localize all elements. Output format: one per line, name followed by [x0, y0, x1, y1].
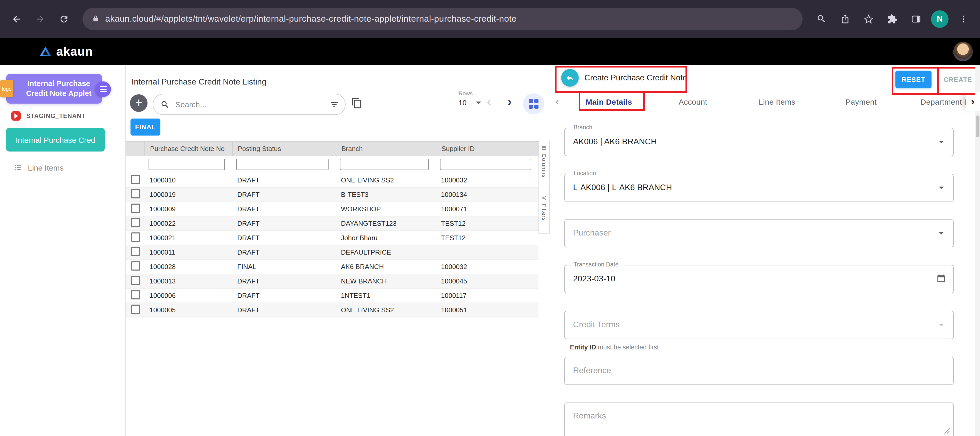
filter-list-icon[interactable] — [329, 100, 339, 109]
cell-supplier-id: 1000045 — [436, 277, 538, 285]
bookmark-star-icon[interactable] — [857, 8, 880, 30]
chevron-down-icon[interactable] — [939, 187, 944, 189]
calendar-icon[interactable] — [936, 274, 946, 284]
filter-input-credit-note-no[interactable] — [148, 159, 225, 170]
tabs-scroll-left-icon[interactable]: ‹ — [555, 96, 559, 108]
back-icon[interactable] — [5, 8, 28, 30]
lock-icon — [92, 15, 100, 23]
reference-placeholder: Reference — [573, 357, 611, 384]
table-row[interactable]: 1000009 DRAFT WORKSHOP 1000071 — [126, 202, 538, 216]
status-filter-chip[interactable]: FINAL — [130, 119, 161, 136]
add-record-button[interactable]: + — [130, 94, 148, 112]
credit-terms-field[interactable]: Credit Terms — [564, 311, 954, 339]
chevron-down-icon[interactable] — [939, 141, 944, 143]
applet-card[interactable]: Internal Purchase Credit Note Applet — [6, 74, 102, 104]
next-page-button[interactable]: › — [508, 94, 512, 109]
reload-icon[interactable] — [52, 8, 75, 30]
share-icon[interactable] — [834, 8, 856, 30]
applet-logo-chip: logo — [0, 80, 13, 97]
previous-page-button[interactable]: ‹ — [487, 94, 491, 109]
rows-per-page-select[interactable]: 10 — [458, 98, 497, 107]
row-checkbox[interactable] — [131, 204, 140, 213]
url-text: akaun.cloud/#/applets/tnt/wavelet/erp/in… — [105, 14, 517, 24]
tenant-icon — [11, 111, 21, 120]
funnel-icon — [541, 195, 547, 201]
resize-handle-icon[interactable] — [944, 428, 950, 434]
location-field[interactable]: Location L-AK006 | L-AK6 BRANCH — [564, 174, 954, 202]
tenant-row[interactable]: STAGING_TENANT — [11, 111, 85, 120]
side-panel-icon[interactable] — [905, 8, 928, 30]
cell-posting-status: DRAFT — [232, 306, 336, 314]
reset-button[interactable]: RESET — [896, 71, 932, 88]
sidebar-item-internal-purchase-credit-note[interactable]: Internal Purchase Cred — [6, 128, 105, 152]
grid-view-button[interactable] — [523, 93, 544, 114]
row-checkbox[interactable] — [131, 175, 140, 184]
app-header: akaun — [0, 38, 980, 65]
cell-posting-status: DRAFT — [232, 248, 336, 256]
row-checkbox[interactable] — [131, 232, 140, 242]
cell-credit-note-no: 1000005 — [145, 306, 232, 314]
scrollbar-thumb[interactable] — [976, 116, 980, 137]
sidebar-item-line-items[interactable]: Line Items — [13, 163, 64, 172]
extensions-puzzle-icon[interactable] — [881, 8, 904, 30]
table-row[interactable]: 1000022 DRAFT DAYANGTEST123 TEST12 — [126, 216, 538, 231]
tab-account[interactable]: Account — [651, 92, 735, 111]
row-checkbox[interactable] — [131, 290, 140, 300]
cell-supplier-id: 1000134 — [436, 191, 538, 198]
remarks-field[interactable]: Remarks — [564, 403, 954, 436]
zoom-icon[interactable] — [810, 8, 832, 30]
chevron-down-icon — [476, 101, 481, 104]
user-avatar[interactable] — [953, 42, 973, 61]
table-row[interactable]: 1000019 DRAFT B-TEST3 1000134 — [126, 188, 538, 202]
column-header[interactable]: Branch — [336, 142, 436, 155]
row-checkbox[interactable] — [131, 304, 140, 314]
branch-field[interactable]: Branch AK006 | AK6 BRANCH — [564, 128, 954, 156]
tab-line-items[interactable]: Line Items — [735, 92, 819, 111]
branch-value: AK006 | AK6 BRANCH — [573, 128, 657, 155]
cell-branch: Johor Bharu — [336, 234, 436, 242]
reference-field[interactable]: Reference — [564, 357, 954, 385]
filter-input-posting-status[interactable] — [236, 159, 329, 170]
table-row[interactable]: 1000011 DRAFT DEFAULTPRICE — [126, 245, 538, 260]
column-header[interactable]: Purchase Credit Note No — [145, 142, 232, 155]
table-row[interactable]: 1000006 DRAFT 1NTEST1 1000117 — [126, 289, 538, 303]
table-row[interactable]: 1000028 FINAL AK6 BRANCH 1000032 — [126, 260, 538, 274]
transaction-date-field[interactable]: Transaction Date 2023-03-10 — [564, 265, 954, 293]
chevron-down-icon[interactable] — [939, 232, 944, 235]
back-button[interactable] — [561, 69, 579, 87]
duplicate-icon[interactable] — [351, 97, 363, 109]
row-checkbox[interactable] — [131, 276, 140, 285]
columns-tool[interactable]: Columns — [538, 141, 550, 191]
credit-terms-placeholder: Credit Terms — [573, 311, 620, 338]
purchaser-field[interactable]: Purchaser — [564, 219, 954, 247]
vertical-scrollbar[interactable] — [975, 65, 980, 436]
table-row[interactable]: 1000005 DRAFT ONE LIVING SS2 1000051 — [126, 303, 538, 317]
row-checkbox[interactable] — [131, 218, 140, 227]
tab-department-h[interactable]: Department H — [903, 92, 975, 111]
search-input[interactable] — [174, 100, 325, 109]
filters-tool[interactable]: Filters — [538, 191, 550, 234]
filter-input-branch[interactable] — [340, 159, 429, 170]
table-row[interactable]: 1000013 DRAFT NEW BRANCH 1000045 — [126, 274, 538, 289]
row-checkbox[interactable] — [131, 247, 140, 256]
table-row[interactable]: 1000021 DRAFT Johor Bharu TEST12 — [126, 231, 538, 245]
url-bar[interactable]: akaun.cloud/#/applets/tnt/wavelet/erp/in… — [83, 8, 803, 30]
column-header[interactable]: Posting Status — [232, 142, 336, 155]
filter-input-supplier-id[interactable] — [440, 159, 531, 170]
browser-profile-avatar[interactable]: N — [931, 10, 948, 28]
tabs-scroll-right-icon[interactable]: › — [966, 92, 980, 111]
sidebar-menu-icon[interactable] — [95, 81, 111, 97]
row-checkbox[interactable] — [131, 189, 140, 198]
tab-payment[interactable]: Payment — [819, 92, 903, 111]
cell-credit-note-no: 1000019 — [145, 191, 232, 198]
cell-posting-status: FINAL — [232, 263, 336, 271]
tab-main-details[interactable]: Main Details — [567, 92, 651, 111]
table-row[interactable]: 1000010 DRAFT ONE LIVING SS2 1000032 — [126, 173, 538, 188]
create-button[interactable]: CREATE — [941, 71, 975, 88]
detail-title: Create Purchase Credit Note — [584, 73, 687, 82]
row-checkbox[interactable] — [131, 261, 140, 271]
browser-menu-dots-icon[interactable] — [952, 8, 975, 30]
forward-icon[interactable] — [29, 8, 52, 30]
column-header[interactable]: Supplier ID — [436, 142, 538, 155]
browser-chrome: akaun.cloud/#/applets/tnt/wavelet/erp/in… — [0, 0, 980, 38]
